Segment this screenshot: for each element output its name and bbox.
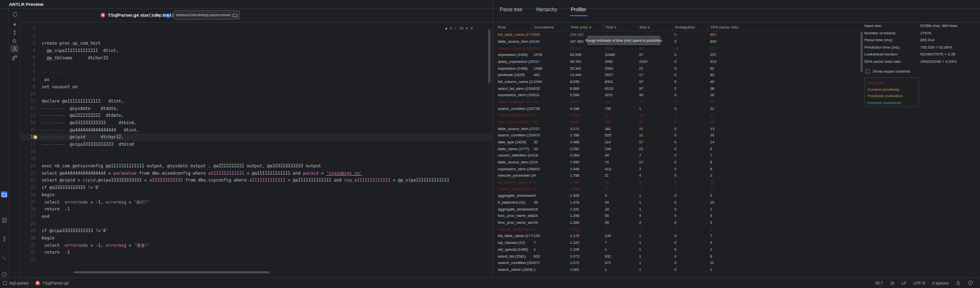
- editor-line[interactable]: 32 return -1: [21, 249, 492, 256]
- expert-columns-label[interactable]: Show expert columns: [873, 69, 910, 74]
- editor-line[interactable]: 11declare @a1111111111111 dtint,: [21, 98, 492, 105]
- breadcrumb-file[interactable]: TSqlParser.g4: [43, 281, 69, 286]
- table-row[interactable]: sql_clauses (12)71.1227104: [493, 239, 859, 246]
- editor-line[interactable]: 19: [21, 155, 492, 162]
- expert-columns-checkbox[interactable]: [865, 69, 870, 74]
- editor-line[interactable]: 21select @a4444444444444444 = paravalue …: [21, 170, 492, 177]
- table-row[interactable]: data_type (1829)322.48811417014: [493, 139, 859, 146]
- table-row[interactable]: dml_clause (1434)523.64720113262: [493, 119, 859, 126]
- table-row[interactable]: column_definition (1421)182.06449707: [493, 152, 859, 159]
- input-radio[interactable]: Input: [149, 13, 165, 18]
- table-row[interactable]: query_expression (1527)11748.76120621910…: [493, 58, 859, 65]
- column-header[interactable]: Invocations: [532, 24, 570, 31]
- editor-line[interactable]: 24begin: [21, 191, 492, 199]
- editor-horizontal-scrollbar[interactable]: [74, 271, 270, 273]
- editor-line[interactable]: 12———— ———— @sysdate dtdate,: [21, 105, 492, 112]
- vcs-icon[interactable]: [1, 236, 7, 242]
- column-header[interactable]: Max k: [637, 24, 674, 31]
- notifications-icon[interactable]: [968, 280, 973, 286]
- editor-line[interactable]: 25 select errorcode = -1, errormsg = '执行…: [21, 199, 492, 206]
- tab-hierarchy[interactable]: Hierarchy: [536, 7, 557, 16]
- column-header[interactable]: Rule: [498, 24, 534, 31]
- editor-line[interactable]: 22select @vipid = vipid,@vipa33333333333…: [21, 177, 492, 184]
- editor-line[interactable]: 20exec nb_com_getsysconfig @a11111111111…: [21, 162, 492, 170]
- file-path-value[interactable]: ebelice/Github/tsql-parser/examples/big.…: [176, 13, 231, 17]
- editor-line[interactable]: 3create proc up_com_test: [21, 40, 492, 47]
- search-icon[interactable]: [10, 37, 19, 45]
- table-row[interactable]: execute_body_batch...31.2019318: [493, 226, 859, 233]
- breadcrumb[interactable]: tsql-parser › A TSqlParser.g4: [0, 281, 875, 286]
- table-row[interactable]: full_table_name (1775)925294.3220863: [493, 31, 859, 38]
- input-radio-label[interactable]: Input: [155, 13, 165, 18]
- editor-line[interactable]: 10: [21, 90, 492, 98]
- table-row[interactable]: table_constraint (14...144.57911821446: [493, 99, 859, 105]
- table-row[interactable]: full_column_name (17...10948.63583019704…: [493, 79, 859, 85]
- caret-position[interactable]: 30:7: [875, 281, 883, 286]
- editor-lines[interactable]: 123create proc up_com_test4 @p_vipa11111…: [21, 26, 492, 263]
- next-issue-chevron-icon[interactable]: ∨: [470, 26, 473, 30]
- editor-line[interactable]: 9set nocount on: [21, 83, 492, 91]
- structure-icon[interactable]: [1, 217, 7, 223]
- table-row[interactable]: full_table_name (1773)1391.179139107: [493, 233, 859, 239]
- table-row[interactable]: execute_statement (4...73.9147815241: [493, 112, 859, 119]
- table-row[interactable]: search_check (1824)11.0011101: [493, 266, 859, 273]
- table-row[interactable]: aggregate_windowed...41.4954103: [493, 192, 859, 199]
- line-ending-selector[interactable]: LF: [902, 281, 906, 286]
- table-row[interactable]: func_proc_name_serv...241.28995405: [493, 219, 859, 226]
- table-row[interactable]: select_list_elem (1592)6326.669612997038: [493, 85, 859, 92]
- editor-line[interactable]: 14———— ———— @a333333333333 dtkind,: [21, 119, 492, 127]
- terminal-icon[interactable]: [1, 254, 7, 261]
- preview-editor[interactable]: 123create proc up_com_test4 @p_vipa11111…: [21, 23, 492, 277]
- table-row[interactable]: expression_elem (1590)6115.266321199026: [493, 92, 859, 99]
- column-header[interactable]: DFA cache miss: [708, 24, 859, 31]
- editor-line[interactable]: 8 as: [21, 76, 492, 83]
- editor-line[interactable]: 6: [21, 61, 492, 69]
- profiler-table-header[interactable]: RuleInvocationsTime (ms)▼Total kMax kAmb…: [493, 24, 859, 31]
- editor-line[interactable]: 4 @p_vipa1111111111111 dtint,: [21, 47, 492, 54]
- encoding-selector[interactable]: UTF-8: [913, 281, 925, 286]
- prev-issue-chevron-icon[interactable]: ∧: [466, 26, 468, 30]
- editor-line[interactable]: 31 select errorcode = -1, errormsg = '准备…: [21, 242, 492, 249]
- editor-line[interactable]: 27end: [21, 213, 492, 220]
- table-row[interactable]: execute_body (1480)11663.0452118464697: [493, 45, 859, 52]
- editor-line[interactable]: 13———— ———— @a2222222222 dtdate,: [21, 112, 492, 119]
- table-row[interactable]: expression_elem (1589)4021.948413308: [493, 165, 859, 172]
- editor-line[interactable]: 5 @p_tblname dtchar32: [21, 54, 492, 62]
- show-expert-columns-row[interactable]: Show expert columns: [865, 69, 910, 74]
- readonly-pen-icon[interactable]: [890, 281, 895, 286]
- file-path-field[interactable]: ebelice/Github/tsql-parser/examples/big.…: [173, 10, 240, 20]
- folder-icon[interactable]: [232, 13, 238, 18]
- editor-line[interactable]: 15———— ———— @a4444444444444444 dtint,: [21, 127, 492, 134]
- ok-count[interactable]: 23: [459, 26, 464, 30]
- profiler-table-body[interactable]: full_table_name (1775)925294.3220863tabl…: [493, 31, 859, 277]
- editor-line[interactable]: 2: [21, 33, 492, 40]
- radio-selected-icon[interactable]: [166, 13, 170, 18]
- editor-line[interactable]: 18: [21, 148, 492, 156]
- column-header[interactable]: Time (ms)▼: [568, 24, 605, 31]
- project-icon[interactable]: [1, 191, 7, 198]
- table-row[interactable]: table_source_item (16...141167.9830830: [493, 38, 859, 45]
- editor-line[interactable]: 1: [21, 26, 492, 33]
- table-row[interactable]: expression (1498)199820.342206421082: [493, 65, 859, 72]
- refresh-icon[interactable]: [10, 11, 19, 18]
- unlock-icon[interactable]: [956, 280, 961, 286]
- table-row[interactable]: predicate (1525)46113.444292717080: [493, 72, 859, 79]
- table-row[interactable]: execute_parameter (1...41.75811403: [493, 172, 859, 179]
- table-row[interactable]: column_alias (1640)51.652199114: [493, 185, 859, 192]
- radio-circle-icon[interactable]: [149, 13, 153, 18]
- table-vertical-scrollbar[interactable]: [860, 31, 863, 73]
- indent-selector[interactable]: 4 spaces: [932, 281, 949, 286]
- profiler-icon[interactable]: [10, 45, 19, 52]
- editor-line[interactable]: 30begin: [21, 235, 492, 242]
- tab-profiler[interactable]: Profiler: [571, 7, 587, 16]
- editor-line[interactable]: 17———— ———— @vipa333333333333 dtkind: [21, 141, 492, 148]
- tab-parse-tree[interactable]: Parse tree: [500, 7, 522, 16]
- table-row[interactable]: set_special (1485)11.1051101: [493, 246, 859, 253]
- editor-line[interactable]: 26 return -1: [21, 206, 492, 213]
- table-row[interactable]: expression (1495)197852.99910982970237: [493, 52, 859, 58]
- table-row[interactable]: search_condition (1517)4702.78652511030: [493, 132, 859, 139]
- table-row[interactable]: aggregate_windowed...181.33118101: [493, 206, 859, 212]
- hierarchy-icon[interactable]: [10, 54, 19, 61]
- table-row[interactable]: func_proc_name_data...241.29895405: [493, 212, 859, 219]
- table-row[interactable]: table_source_item (15...1273.17138121013: [493, 125, 859, 132]
